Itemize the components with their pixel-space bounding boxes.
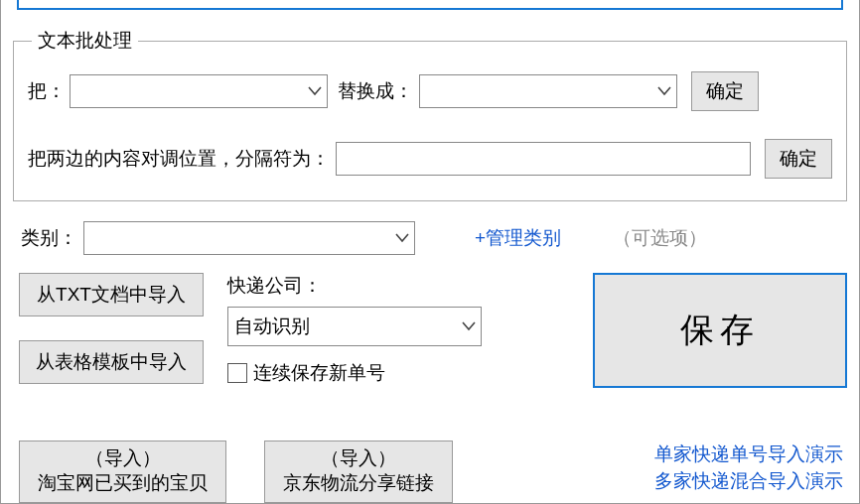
continuous-save-row: 连续保存新单号 [227,360,482,386]
courier-label: 快递公司： [227,273,482,299]
demo-single-link[interactable]: 单家快递单号导入演示 [654,441,843,468]
chevron-down-icon[interactable] [457,321,481,331]
replace-from-combo[interactable] [70,74,328,108]
import-taobao-button[interactable]: （导入） 淘宝网已买到的宝贝 [19,441,226,503]
import-jd-bottom: 京东物流分享链接 [283,470,434,496]
swap-confirm-button[interactable]: 确定 [765,139,832,179]
demo-links: 单家快递单号导入演示 多家快递混合导入演示 [654,441,847,495]
replace-with-label: 替换成： [338,78,413,104]
demo-multi-link[interactable]: 多家快递混合导入演示 [654,467,843,495]
chevron-down-icon[interactable] [390,233,414,243]
bottom-row: （导入） 淘宝网已买到的宝贝 （导入） 京东物流分享链接 单家快递单号导入演示 … [13,441,847,503]
category-label: 类别： [21,225,77,251]
manage-category-link[interactable]: +管理类别 [475,225,561,251]
chevron-down-icon[interactable] [652,86,676,96]
text-batch-legend: 文本批处理 [32,28,138,54]
replace-confirm-button[interactable]: 确定 [691,71,759,111]
swap-label: 把两边的内容对调位置，分隔符为： [28,146,330,172]
category-combo[interactable] [83,221,415,255]
text-batch-group: 文本批处理 把： 替换成： 确定 把两边的内容对调位置，分隔符为： 确定 [13,28,847,201]
import-taobao-bottom: 淘宝网已买到的宝贝 [38,470,208,496]
mid-section: 从TXT文档中导入 从表格模板中导入 快递公司： 连续保存新单号 保存 [13,273,847,388]
category-row: 类别： +管理类别 （可选项） [13,221,847,255]
continuous-save-label: 连续保存新单号 [253,360,385,386]
swap-row: 把两边的内容对调位置，分隔符为： 确定 [28,139,832,179]
import-taobao-top: （导入） [38,445,208,471]
import-jd-button[interactable]: （导入） 京东物流分享链接 [264,441,453,503]
swap-delimiter-input[interactable] [336,142,751,176]
replace-to-input[interactable] [420,75,652,107]
category-input[interactable] [84,222,390,254]
import-jd-top: （导入） [283,445,434,471]
replace-to-combo[interactable] [419,74,677,108]
put-label: 把： [28,78,66,104]
save-button[interactable]: 保存 [593,273,847,388]
top-highlight-bar [17,0,843,10]
continuous-save-checkbox[interactable] [227,363,247,383]
courier-combo[interactable] [227,307,482,346]
import-buttons-col: 从TXT文档中导入 从表格模板中导入 [19,273,204,384]
replace-row: 把： 替换成： 确定 [28,71,832,111]
courier-col: 快递公司： 连续保存新单号 [227,273,482,386]
replace-from-input[interactable] [71,75,303,107]
chevron-down-icon[interactable] [303,86,327,96]
courier-input[interactable] [228,308,457,345]
optional-label: （可选项） [613,225,707,251]
import-txt-button[interactable]: 从TXT文档中导入 [19,273,204,316]
import-table-button[interactable]: 从表格模板中导入 [19,340,204,384]
